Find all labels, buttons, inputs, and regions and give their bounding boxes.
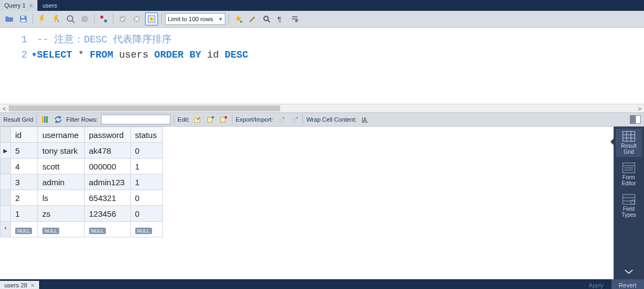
brush-icon[interactable] xyxy=(247,13,258,25)
chevron-down-icon: ▼ xyxy=(218,17,223,22)
breakpoint-dot-icon[interactable] xyxy=(33,53,36,56)
row-marker xyxy=(1,174,11,190)
table-row[interactable]: 3adminadmin1231 xyxy=(1,174,163,190)
panel-toggle-icon[interactable] xyxy=(630,115,641,124)
open-file-icon[interactable] xyxy=(3,13,15,25)
scroll-left-icon[interactable]: < xyxy=(0,105,9,112)
side-tab-result-grid[interactable]: Result Grid xyxy=(616,129,642,157)
cell[interactable]: ls xyxy=(38,190,85,206)
wrap-cell-label: Wrap Cell Content: xyxy=(306,116,357,123)
scroll-thumb[interactable] xyxy=(9,105,280,111)
refresh-icon[interactable] xyxy=(53,115,63,124)
cell[interactable]: admin xyxy=(38,174,85,190)
filter-rows-label: Filter Rows: xyxy=(66,116,98,123)
svg-rect-23 xyxy=(212,116,214,118)
grid-columns-icon[interactable] xyxy=(40,115,50,124)
tab-label: users xyxy=(42,2,57,9)
add-row-icon[interactable] xyxy=(206,115,216,124)
paragraph-icon[interactable]: ¶ xyxy=(275,13,287,25)
chevron-down-icon[interactable] xyxy=(624,268,634,279)
svg-rect-27 xyxy=(292,118,296,122)
revert-button[interactable]: Revert xyxy=(611,279,644,289)
cell[interactable]: scott xyxy=(38,159,85,174)
cell[interactable]: ak478 xyxy=(84,143,130,159)
execute-icon[interactable] xyxy=(36,13,48,25)
sql-comment: -- 注意：DESC 代表降序排序 xyxy=(37,34,172,45)
cell-null[interactable]: NULL xyxy=(84,222,130,237)
table-row[interactable]: ▶5tony starkak4780 xyxy=(1,143,163,159)
apply-button[interactable]: Apply xyxy=(581,279,611,289)
svg-rect-0 xyxy=(21,16,24,18)
commit-icon[interactable] xyxy=(98,13,110,25)
cell[interactable]: 0 xyxy=(130,143,162,159)
cell[interactable]: 2 xyxy=(11,190,38,206)
svg-rect-18 xyxy=(42,116,43,123)
svg-text:IA: IA xyxy=(362,117,367,123)
cell[interactable]: 1 xyxy=(130,159,162,174)
tab-query-1[interactable]: Query 1 ✕ xyxy=(0,0,38,11)
cell[interactable]: 3 xyxy=(11,174,38,190)
sql-editor[interactable]: 1 -- 注意：DESC 代表降序排序 2 SELECT * FROM user… xyxy=(0,28,644,104)
scroll-right-icon[interactable]: > xyxy=(635,105,644,112)
cell[interactable]: 5 xyxy=(11,143,38,159)
column-header[interactable]: id xyxy=(11,127,38,143)
export-import-label: Export/Import: xyxy=(236,116,273,123)
cell[interactable]: tony stark xyxy=(38,143,85,159)
cell[interactable]: 654321 xyxy=(84,190,130,206)
svg-rect-30 xyxy=(623,131,635,141)
cell[interactable]: 4 xyxy=(11,159,38,174)
stop-icon[interactable] xyxy=(79,13,91,25)
tab-users[interactable]: users xyxy=(38,0,62,11)
table-row-new[interactable]: *NULLNULLNULLNULL xyxy=(1,222,163,237)
cell-null[interactable]: NULL xyxy=(130,222,162,237)
footer-result-tab[interactable]: users 28 ✕ xyxy=(0,281,39,289)
edit-row-icon[interactable] xyxy=(193,115,203,124)
side-tab-form-editor[interactable]: Form Editor xyxy=(616,160,642,189)
close-icon[interactable]: ✕ xyxy=(30,282,35,288)
execute-current-icon[interactable]: I xyxy=(50,13,62,25)
editor-horizontal-scrollbar[interactable]: < > xyxy=(0,104,644,112)
column-header[interactable]: status xyxy=(130,127,162,143)
cell[interactable]: 123456 xyxy=(84,206,130,222)
import-icon[interactable] xyxy=(289,115,299,124)
column-header[interactable]: password xyxy=(84,127,130,143)
cell[interactable]: 1 xyxy=(130,174,162,190)
table-row[interactable]: 1zs1234560 xyxy=(1,206,163,222)
row-marker xyxy=(1,190,11,206)
sql-toolbar: I Limit to 100 rows ▼ ¶ xyxy=(0,11,644,28)
cell[interactable]: admin123 xyxy=(84,174,130,190)
wrap-icon[interactable] xyxy=(289,13,301,25)
save-icon[interactable] xyxy=(17,13,29,25)
row-header-col xyxy=(1,127,11,143)
svg-rect-39 xyxy=(623,194,635,204)
cell[interactable]: 0 xyxy=(130,190,162,206)
cell[interactable]: zs xyxy=(38,206,85,222)
svg-line-16 xyxy=(268,20,270,22)
limit-rows-dropdown[interactable]: Limit to 100 rows ▼ xyxy=(165,13,225,25)
table-row[interactable]: 2ls6543210 xyxy=(1,190,163,206)
find-icon[interactable] xyxy=(261,13,273,25)
autocommit-on-icon[interactable] xyxy=(131,13,143,25)
close-icon[interactable]: ✕ xyxy=(29,3,33,9)
autocommit-off-icon[interactable] xyxy=(117,13,129,25)
svg-text:¶: ¶ xyxy=(277,15,281,23)
wrap-cell-icon[interactable]: IA xyxy=(360,115,370,124)
table-row[interactable]: 4scott0000001 xyxy=(1,159,163,174)
cell[interactable]: 0 xyxy=(130,206,162,222)
filter-rows-input[interactable] xyxy=(101,115,171,124)
svg-line-43 xyxy=(634,204,635,205)
column-header[interactable]: username xyxy=(38,127,85,143)
explain-icon[interactable] xyxy=(65,13,77,25)
limit-rows-label: Limit to 100 rows xyxy=(168,16,213,22)
cell[interactable]: 000000 xyxy=(84,159,130,174)
delete-row-icon[interactable] xyxy=(219,115,229,124)
cell-null[interactable]: NULL xyxy=(11,222,38,237)
tab-label: Query 1 xyxy=(4,2,26,9)
export-icon[interactable] xyxy=(276,115,286,124)
beautify-icon[interactable] xyxy=(232,13,244,25)
toggle-autocommit-icon[interactable] xyxy=(145,12,158,26)
result-grid[interactable]: id username password status ▶5tony stark… xyxy=(0,127,614,279)
side-tab-field-types[interactable]: Field Types xyxy=(616,192,642,220)
cell-null[interactable]: NULL xyxy=(38,222,85,237)
cell[interactable]: 1 xyxy=(11,206,38,222)
